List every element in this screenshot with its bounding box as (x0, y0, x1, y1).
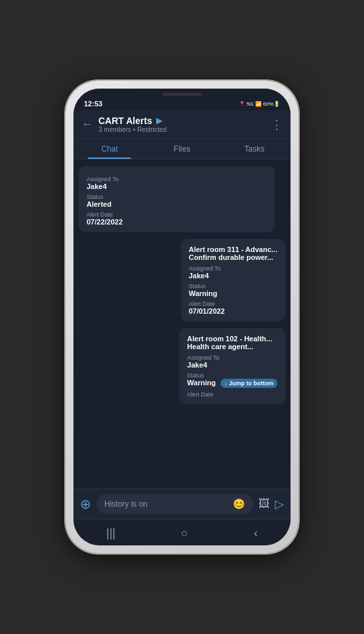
msg3-status-label: Status (187, 372, 277, 379)
input-field-wrap: History is on 😊 (96, 494, 253, 514)
back-button[interactable]: ← (81, 117, 93, 131)
jump-to-bottom-badge[interactable]: ↓ Jump to bottom (220, 379, 277, 388)
header-title-text: CART Alerts (98, 116, 152, 126)
msg3-status-value: Warning ↓ Jump to bottom (187, 379, 277, 388)
msg1-assigned-value: Jake4 (87, 182, 267, 190)
chat-area: Assigned To Jake4 Status Alerted Alert D… (73, 159, 291, 488)
tab-chat-label: Chat (101, 144, 117, 154)
tab-files-label: Files (174, 144, 190, 154)
msg2-header: Alert room 311 - Advanc...Confirm durabl… (189, 245, 277, 261)
input-placeholder[interactable]: History is on (104, 499, 229, 509)
forward-icon: ▶ (156, 116, 162, 125)
msg2-status-value: Warning (189, 289, 277, 297)
nav-back-icon[interactable]: ‹ (254, 526, 258, 540)
status-bar: 12:53 📍 5G 📶 60%🔋 (84, 98, 280, 110)
tab-chat[interactable]: Chat (73, 139, 146, 159)
header-menu-button[interactable]: ⋮ (271, 117, 283, 132)
status-icons-right: 📍 5G 📶 60%🔋 (239, 101, 280, 107)
input-bar: ⊕ History is on 😊 🖼 ▷ (73, 488, 291, 519)
status-icons: 📍 5G 📶 60%🔋 (239, 101, 280, 107)
msg2-assigned-label: Assigned To (189, 265, 277, 272)
msg1-assigned-label: Assigned To (87, 176, 267, 182)
msg3-header: Alert room 102 - Health...Health care ag… (187, 335, 277, 350)
send-button[interactable]: ▷ (275, 497, 284, 511)
header-subtitle: 3 members • Restricted (98, 126, 266, 133)
nav-home-icon[interactable]: ○ (181, 526, 188, 540)
header-title: CART Alerts ▶ (98, 116, 266, 126)
emoji-button[interactable]: 😊 (233, 498, 245, 510)
tab-files[interactable]: Files (146, 139, 218, 159)
msg1-date-value: 07/22/2022 (87, 218, 267, 226)
image-button[interactable]: 🖼 (258, 497, 270, 511)
status-time: 12:53 (84, 100, 102, 108)
msg1-date-label: Alert Date (87, 211, 267, 218)
nav-bar: ||| ○ ‹ (73, 519, 291, 545)
chat-header: ← CART Alerts ▶ 3 members • Restricted ⋮ (73, 110, 291, 139)
msg3-assigned-label: Assigned To (187, 354, 277, 361)
msg2-date-value: 07/01/2022 (189, 307, 277, 315)
tab-tasks[interactable]: Tasks (218, 139, 291, 159)
msg2-assigned-value: Jake4 (189, 272, 277, 280)
msg1-status-label: Status (87, 194, 267, 200)
msg1-status-value: Alerted (87, 200, 267, 208)
message-card-1: Assigned To Jake4 Status Alerted Alert D… (79, 166, 275, 232)
tabs-bar: Chat Files Tasks (73, 139, 291, 159)
msg3-assigned-value: Jake4 (187, 361, 277, 369)
msg2-date-label: Alert Date (189, 301, 277, 307)
add-button[interactable]: ⊕ (80, 496, 91, 512)
speaker (163, 93, 202, 96)
phone-outer: 12:53 📍 5G 📶 60%🔋 ← CART Alerts ▶ 3 memb… (66, 81, 298, 553)
msg3-date-label: Alert Date (187, 391, 277, 398)
phone-screen: 12:53 📍 5G 📶 60%🔋 ← CART Alerts ▶ 3 memb… (73, 89, 291, 545)
message-card-3: Alert room 102 - Health...Health care ag… (179, 328, 285, 404)
tab-tasks-label: Tasks (244, 144, 264, 154)
nav-recents-icon[interactable]: ||| (106, 526, 115, 540)
header-info: CART Alerts ▶ 3 members • Restricted (98, 116, 266, 133)
message-card-2: Alert room 311 - Advanc...Confirm durabl… (181, 239, 285, 322)
msg2-status-label: Status (189, 283, 277, 289)
notch-area: 12:53 📍 5G 📶 60%🔋 (73, 89, 291, 110)
